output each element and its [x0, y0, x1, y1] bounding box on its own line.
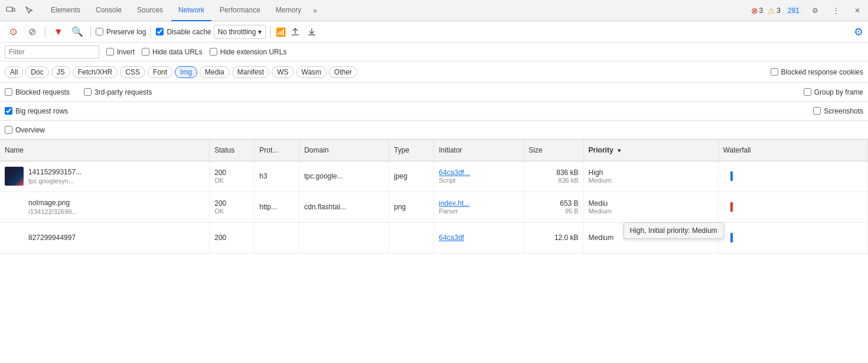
toolbar-separator-4	[270, 26, 271, 38]
error-badge-blue[interactable]: 281	[785, 6, 802, 15]
screenshots-checkbox[interactable]	[813, 107, 821, 115]
type-btn-all[interactable]: All	[5, 66, 23, 78]
invert-label[interactable]: Invert	[106, 48, 135, 56]
cell-protocol-1: http...	[254, 192, 299, 222]
col-header-waterfall[interactable]: Waterfall	[718, 140, 867, 161]
cell-name-2: 827299944997	[0, 222, 210, 253]
col-header-initiator[interactable]: Initiator	[434, 140, 524, 161]
cell-status-1: 200 OK	[210, 192, 254, 222]
error-badge-red[interactable]: ⊗ 3	[751, 6, 763, 15]
preserve-log-checkbox[interactable]	[96, 28, 103, 35]
hide-ext-urls-label[interactable]: Hide extension URLs	[210, 48, 287, 56]
type-btn-font[interactable]: Font	[148, 66, 172, 78]
preserve-log-label[interactable]: Preserve log	[96, 28, 146, 36]
big-rows-checkbox[interactable]	[5, 107, 12, 115]
cell-domain-0: tpc.google...	[299, 161, 389, 192]
type-btn-wasm[interactable]: Wasm	[296, 66, 327, 78]
cell-type-0: jpeg	[389, 161, 434, 192]
disable-cache-checkbox[interactable]	[156, 28, 164, 35]
invert-checkbox[interactable]	[106, 48, 114, 56]
filter-button[interactable]: ▼	[50, 24, 67, 40]
name-primary-1: noImage.png	[28, 199, 77, 207]
thumbnail-0	[5, 167, 24, 186]
overview-checkbox[interactable]	[5, 126, 12, 134]
col-header-domain[interactable]: Domain	[299, 140, 389, 161]
blocked-requests-checkbox[interactable]	[5, 88, 12, 96]
cell-protocol-0: h3	[254, 161, 299, 192]
svg-rect-1	[12, 8, 15, 11]
close-devtools-button[interactable]: ✕	[849, 2, 866, 19]
hide-data-urls-checkbox[interactable]	[142, 48, 149, 56]
search-button[interactable]: 🔍	[69, 24, 86, 40]
tab-bar: Elements Console Sources Network Perform…	[0, 0, 868, 21]
error-badge-yellow[interactable]: ⚠ 3	[768, 6, 781, 15]
col-header-size[interactable]: Size	[524, 140, 583, 161]
type-filter-row: All Doc JS Fetch/XHR CSS Font Img Media …	[0, 61, 868, 83]
type-btn-fetchxhr[interactable]: Fetch/XHR	[73, 66, 118, 78]
big-rows-label[interactable]: Big request rows	[5, 107, 68, 115]
toolbar-separator-3	[151, 26, 151, 38]
devtools-icons	[2, 2, 38, 19]
col-header-type[interactable]: Type	[389, 140, 434, 161]
type-btn-js[interactable]: JS	[51, 66, 70, 78]
type-btn-css[interactable]: CSS	[120, 66, 145, 78]
tab-right-area: ⊗ 3 ⚠ 3 281 ⚙ ⋮ ✕	[751, 2, 866, 19]
stop-recording-button[interactable]: ⊙	[5, 24, 21, 40]
throttle-arrow-icon: ▾	[258, 28, 262, 36]
tab-console[interactable]: Console	[89, 0, 129, 21]
network-settings-icon[interactable]: ⚙	[854, 25, 863, 38]
table-row[interactable]: 827299944997 200 64ca3df 12.0 kB	[0, 222, 868, 253]
cell-name-1: noImage.png /134122/32699...	[0, 192, 210, 222]
type-btn-other[interactable]: Other	[329, 66, 357, 78]
tab-performance[interactable]: Performance	[213, 0, 267, 21]
table-row[interactable]: 141152993157... tpc.googlesyn... 200 OK …	[0, 161, 868, 192]
type-btn-ws[interactable]: WS	[272, 66, 293, 78]
options-right-2: Screenshots	[813, 107, 863, 115]
third-party-label[interactable]: 3rd-party requests	[84, 88, 152, 96]
col-header-status[interactable]: Status	[210, 140, 254, 161]
col-header-priority[interactable]: Priority ▾	[583, 140, 718, 161]
third-party-checkbox[interactable]	[84, 88, 92, 96]
tab-sources[interactable]: Sources	[130, 0, 170, 21]
group-by-frame-checkbox[interactable]	[804, 88, 811, 96]
clear-button[interactable]: ⊘	[24, 24, 40, 40]
inspect-icon[interactable]	[21, 2, 38, 19]
tab-network[interactable]: Network	[171, 0, 211, 21]
type-btn-doc[interactable]: Doc	[25, 66, 48, 78]
device-toggle-icon[interactable]	[2, 2, 19, 19]
cell-waterfall-0	[718, 161, 867, 192]
table-row[interactable]: noImage.png /134122/32699... 200 OK http…	[0, 192, 868, 222]
wifi-icon[interactable]: 📶	[276, 27, 286, 37]
cell-size-1: 653 B 95 B	[524, 192, 583, 222]
hide-ext-urls-checkbox[interactable]	[210, 48, 217, 56]
cell-priority-1: Mediu Medium High, Initial priority: Med…	[583, 192, 718, 222]
col-header-protocol[interactable]: Prot...	[254, 140, 299, 161]
blocked-requests-label[interactable]: Blocked requests	[5, 88, 70, 96]
cell-initiator-2: 64ca3df	[434, 222, 524, 253]
disable-cache-label[interactable]: Disable cache	[156, 28, 211, 36]
upload-icon[interactable]	[288, 25, 302, 39]
more-options-button[interactable]: ⋮	[828, 2, 844, 19]
throttle-dropdown[interactable]: No throttling ▾	[214, 25, 266, 39]
blocked-cookies-checkbox[interactable]	[771, 68, 778, 76]
download-icon[interactable]	[305, 25, 319, 39]
type-btn-img[interactable]: Img	[175, 66, 197, 78]
screenshots-label[interactable]: Screenshots	[813, 107, 863, 115]
cell-type-2	[389, 222, 434, 253]
tab-elements[interactable]: Elements	[44, 0, 87, 21]
waterfall-bar-0	[730, 171, 733, 181]
overview-label[interactable]: Overview	[5, 126, 45, 134]
hide-data-urls-label[interactable]: Hide data URLs	[142, 48, 203, 56]
blocked-cookies-label[interactable]: Blocked response cookies	[771, 68, 863, 76]
name-primary-2: 827299944997	[28, 234, 76, 242]
filter-input[interactable]	[5, 46, 99, 59]
col-header-name[interactable]: Name	[0, 140, 210, 161]
type-btn-manifest[interactable]: Manifest	[232, 66, 269, 78]
group-by-frame-label[interactable]: Group by frame	[804, 88, 863, 96]
cell-name-0: 141152993157... tpc.googlesyn...	[0, 161, 210, 192]
type-btn-media[interactable]: Media	[200, 66, 230, 78]
settings-button[interactable]: ⚙	[807, 2, 823, 19]
tab-memory[interactable]: Memory	[269, 0, 308, 21]
tab-more-button[interactable]: »	[309, 7, 321, 15]
priority-tooltip: High, Initial priority: Medium	[624, 222, 724, 239]
